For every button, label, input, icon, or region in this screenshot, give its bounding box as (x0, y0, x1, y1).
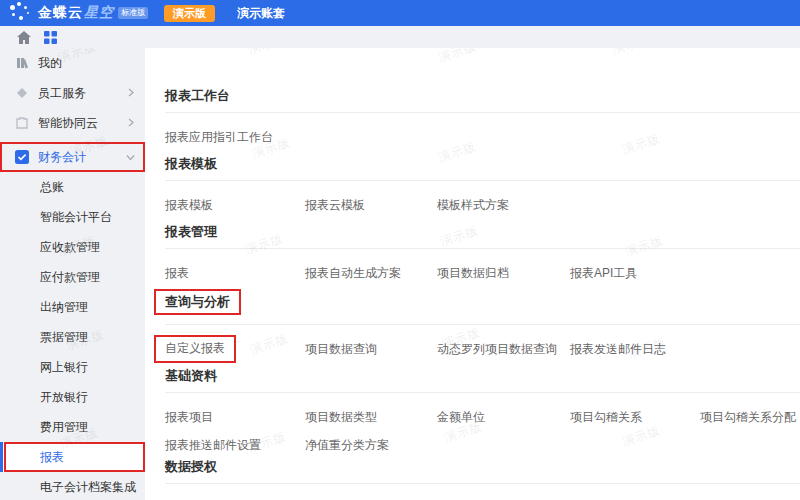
divider (165, 112, 800, 113)
annotation-box: 自定义报表 (154, 335, 236, 363)
menu-link-label: 自定义报表 (165, 341, 225, 355)
sidebar-item-label: 智能协同云 (38, 115, 128, 132)
menu-link[interactable]: 项目勾稽关系分配 (700, 409, 796, 426)
annotation-box: 查询与分析 (154, 289, 241, 315)
top-app-bar: 金蝶云星空 标准版 演示版 演示账套 (0, 0, 800, 26)
menu-link[interactable]: 报表模板 (165, 197, 305, 214)
edition-badge: 标准版 (118, 7, 148, 19)
sidebar-item-e-accounting-archive[interactable]: 电子会计档案集成 (0, 472, 145, 500)
sidebar-item-bills[interactable]: 票据管理 (0, 322, 145, 352)
app-grid-icon[interactable] (44, 31, 57, 44)
sidebar-item-my[interactable]: 我的 (0, 48, 145, 78)
menu-link[interactable]: 动态罗列项目数据查询 (437, 341, 570, 358)
menu-link[interactable]: 报表API工具 (570, 265, 700, 282)
sidebar-item-open-banking[interactable]: 开放银行 (0, 382, 145, 412)
checkbox-checked-icon[interactable] (14, 149, 30, 165)
section-report-templates: 报表模板 报表模板 报表云模板 模板样式方案 (165, 156, 800, 219)
menu-link[interactable]: 模板样式方案 (437, 197, 570, 214)
sidebar-item-smart-accounting-platform[interactable]: 智能会计平台 (0, 202, 145, 232)
logo-main: 金蝶云 (38, 4, 83, 20)
sidebar-item-general-ledger[interactable]: 总账 (0, 172, 145, 202)
sidebar-item-label: 出纳管理 (40, 299, 88, 316)
divider (165, 483, 800, 484)
sidebar-item-reports[interactable]: 报表 (0, 442, 145, 472)
sidebar-item-label: 员工服务 (38, 85, 128, 102)
chevron-down-icon (126, 150, 135, 164)
sidebar-item-label: 我的 (38, 55, 135, 72)
tray-icon (14, 55, 30, 71)
section-title: 查询与分析 (165, 292, 800, 315)
section-title: 基础资料 (165, 368, 800, 383)
menu-link[interactable]: 报表 (165, 265, 305, 282)
section-data-authorization: 数据授权 报表数据授权 (165, 459, 800, 500)
sidebar-item-expense[interactable]: 费用管理 (0, 412, 145, 442)
sidebar-item-online-banking[interactable]: 网上银行 (0, 352, 145, 382)
section-title: 报表管理 (165, 224, 800, 239)
sidebar-item-label: 费用管理 (40, 419, 88, 436)
section-title: 数据授权 (165, 459, 800, 474)
divider (165, 248, 800, 249)
annotation-box (4, 442, 145, 472)
sidebar-item-label: 应付款管理 (40, 269, 100, 286)
sidebar-item-label: 电子会计档案集成 (40, 479, 136, 496)
section-basic-data: 基础资料 报表项目 项目数据类型 金额单位 项目勾稽关系 项目勾稽关系分配 报表… (165, 368, 800, 459)
sidebar-item-label: 票据管理 (40, 329, 88, 346)
section-query-analysis: 查询与分析 自定义报表 项目数据查询 动态罗列项目数据查询 报表发送邮件日志 (165, 292, 800, 363)
sidebar-item-label: 财务会计 (38, 149, 126, 166)
sidebar-item-financial-accounting[interactable]: 财务会计 (0, 142, 145, 172)
sidebar-item-cashier[interactable]: 出纳管理 (0, 292, 145, 322)
sidebar-item-employee-services[interactable]: 员工服务 (0, 78, 145, 108)
sidebar-item-label: 总账 (40, 179, 64, 196)
sidebar-item-label: 应收款管理 (40, 239, 100, 256)
menu-link[interactable]: 项目数据查询 (305, 341, 437, 358)
menu-link[interactable]: 项目数据归档 (437, 265, 570, 282)
sidebar-item-label: 开放银行 (40, 389, 88, 406)
divider (165, 324, 800, 325)
menu-link[interactable]: 报表推送邮件设置 (165, 437, 305, 454)
briefcase-icon (14, 115, 30, 131)
menu-link[interactable]: 报表发送邮件日志 (570, 341, 700, 358)
sidebar-item-smart-collab-cloud[interactable]: 智能协同云 (0, 108, 145, 138)
section-title-text: 查询与分析 (165, 294, 230, 309)
divider (165, 180, 800, 181)
section-title: 报表模板 (165, 156, 800, 171)
menu-link[interactable]: 项目勾稽关系 (570, 409, 700, 426)
section-report-workbench: 报表工作台 报表应用指引工作台 (165, 88, 800, 151)
sidebar-item-receivables[interactable]: 应收款管理 (0, 232, 145, 262)
home-icon[interactable] (17, 31, 31, 44)
logo-sub: 星空 (84, 4, 114, 20)
menu-link[interactable]: 报表应用指引工作台 (165, 129, 305, 146)
diamond-icon (14, 85, 30, 101)
divider (165, 392, 800, 393)
section-title: 报表工作台 (165, 88, 800, 103)
sidebar-item-label: 报表 (40, 449, 64, 466)
menu-link[interactable]: 报表云模板 (305, 197, 437, 214)
section-report-management: 报表管理 报表 报表自动生成方案 项目数据归档 报表API工具 (165, 224, 800, 287)
chevron-right-icon (128, 116, 135, 130)
sidebar-item-label: 网上银行 (40, 359, 88, 376)
sidebar-item-payables[interactable]: 应付款管理 (0, 262, 145, 292)
menu-link[interactable]: 净值重分类方案 (305, 437, 437, 454)
kingdee-logo-icon (8, 2, 38, 24)
app-logo-title: 金蝶云星空 (38, 4, 114, 22)
menu-link-custom-report[interactable]: 自定义报表 (165, 335, 305, 363)
chevron-right-icon (128, 86, 135, 100)
demo-version-badge: 演示版 (164, 5, 215, 22)
menu-link[interactable]: 项目数据类型 (305, 409, 437, 426)
sidebar-nav: 我的 员工服务 智能协同云 财务会计 总账 智能会计平台 应收款管理 应付款管理… (0, 48, 145, 500)
menu-link[interactable]: 报表项目 (165, 409, 305, 426)
menu-link[interactable]: 金额单位 (437, 409, 570, 426)
report-menu-panel: 报表工作台 报表应用指引工作台 报表模板 报表模板 报表云模板 模板样式方案 报… (145, 48, 800, 500)
sidebar-item-label: 智能会计平台 (40, 209, 112, 226)
menu-link[interactable]: 报表自动生成方案 (305, 265, 437, 282)
account-set-menu[interactable]: 演示账套 (237, 5, 285, 22)
tab-strip (0, 26, 800, 48)
